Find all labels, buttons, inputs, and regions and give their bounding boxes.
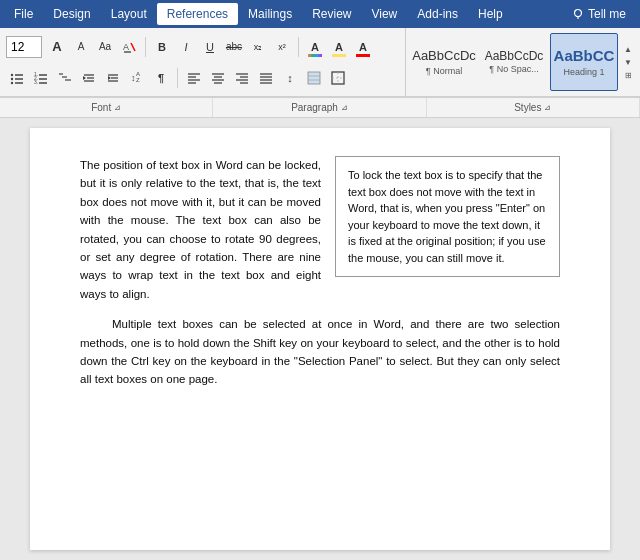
style-heading1[interactable]: AaBbCC Heading 1 <box>550 33 618 91</box>
style-no-spacing[interactable]: AaBbCcDc ¶ No Spac... <box>480 33 548 91</box>
increase-indent-icon <box>106 71 120 85</box>
font-section-expand-icon[interactable]: ⊿ <box>114 103 121 112</box>
justify-button[interactable] <box>255 67 277 89</box>
subscript-button[interactable]: x₂ <box>247 36 269 58</box>
decrease-indent-icon <box>82 71 96 85</box>
menu-help[interactable]: Help <box>468 3 513 25</box>
clear-format-button[interactable]: A <box>118 36 140 58</box>
paragraph-2-text: Multiple text boxes can be selected at o… <box>80 318 560 385</box>
separator1 <box>145 37 146 57</box>
decrease-indent-button[interactable] <box>78 67 100 89</box>
svg-text:A: A <box>123 42 129 52</box>
document-page[interactable]: To lock the text box is to specify that … <box>30 128 610 550</box>
style-heading1-preview: AaBbCC <box>554 47 615 65</box>
clear-format-icon: A <box>122 40 136 54</box>
menu-view[interactable]: View <box>361 3 407 25</box>
svg-text:3.: 3. <box>34 79 38 85</box>
styles-label-text: Styles <box>514 102 541 113</box>
align-center-button[interactable] <box>207 67 229 89</box>
styles-section-expand-icon[interactable]: ⊿ <box>544 103 551 112</box>
bullets-icon <box>10 71 24 85</box>
svg-point-5 <box>11 73 13 75</box>
menu-bar: File Design Layout References Mailings R… <box>0 0 640 28</box>
svg-text:Z: Z <box>136 77 140 83</box>
menu-mailings[interactable]: Mailings <box>238 3 302 25</box>
svg-marker-27 <box>108 76 111 80</box>
svg-rect-47 <box>308 72 320 84</box>
align-left-icon <box>187 71 201 85</box>
svg-point-7 <box>11 77 13 79</box>
text-effects-button[interactable]: A <box>304 36 326 58</box>
svg-marker-23 <box>83 76 86 80</box>
style-no-spacing-label: ¶ No Spac... <box>489 64 538 74</box>
paragraph-section-expand-icon[interactable]: ⊿ <box>341 103 348 112</box>
font-label-text: Font <box>91 102 111 113</box>
toolbar-left: 12 A A Aa A B I U abc x₂ x² A A <box>0 28 405 96</box>
svg-line-4 <box>131 43 135 51</box>
menu-design[interactable]: Design <box>43 3 100 25</box>
align-right-button[interactable] <box>231 67 253 89</box>
border-button[interactable] <box>327 67 349 89</box>
separator3 <box>177 68 178 88</box>
style-normal-label: ¶ Normal <box>426 66 462 76</box>
style-normal[interactable]: AaBbCcDc ¶ Normal <box>410 33 478 91</box>
expand-styles-icon: ⊞ <box>625 71 632 80</box>
change-case-button[interactable]: Aa <box>94 36 116 58</box>
menu-review[interactable]: Review <box>302 3 361 25</box>
paragraph-1-text: The position of text box in Word can be … <box>80 159 321 300</box>
highlight-button[interactable]: A <box>328 36 350 58</box>
svg-point-0 <box>574 10 581 17</box>
document-area: To lock the text box is to specify that … <box>0 118 640 560</box>
grow-font-button[interactable]: A <box>46 36 68 58</box>
align-right-icon <box>235 71 249 85</box>
menu-tellme[interactable]: Tell me <box>562 3 636 25</box>
font-size-box: 12 <box>6 36 42 58</box>
increase-indent-button[interactable] <box>102 67 124 89</box>
svg-point-9 <box>11 81 13 83</box>
border-icon <box>331 71 345 85</box>
ribbon-toolbar: 12 A A Aa A B I U abc x₂ x² A A <box>0 28 640 98</box>
styles-panel: AaBbCcDc ¶ Normal AaBbCcDc ¶ No Spac... … <box>405 28 640 96</box>
font-size-value: 12 <box>11 40 24 54</box>
textbox-content: To lock the text box is to specify that … <box>348 169 546 264</box>
paragraph-section-label: Paragraph ⊿ <box>213 98 426 117</box>
italic-button[interactable]: I <box>175 36 197 58</box>
sort-button[interactable]: ↕AZ <box>126 67 148 89</box>
justify-icon <box>259 71 273 85</box>
lightbulb-icon <box>572 8 584 20</box>
font-color-button[interactable]: A <box>352 36 374 58</box>
superscript-button[interactable]: x² <box>271 36 293 58</box>
show-formatting-button[interactable]: ¶ <box>150 67 172 89</box>
style-heading1-label: Heading 1 <box>563 67 604 77</box>
shrink-font-button[interactable]: A <box>70 36 92 58</box>
bold-button[interactable]: B <box>151 36 173 58</box>
strikethrough-button[interactable]: abc <box>223 36 245 58</box>
line-spacing-button[interactable]: ↕ <box>279 67 301 89</box>
paragraph-row: 1. 2. 3. <box>6 67 399 89</box>
menu-file[interactable]: File <box>4 3 43 25</box>
section-labels-row: Font ⊿ Paragraph ⊿ Styles ⊿ <box>0 98 640 118</box>
bullets-button[interactable] <box>6 67 28 89</box>
scroll-down-icon: ▼ <box>624 58 632 67</box>
font-section-label: Font ⊿ <box>0 98 213 117</box>
underline-button[interactable]: U <box>199 36 221 58</box>
paragraph-2: Multiple text boxes can be selected at o… <box>80 315 560 389</box>
menu-addins[interactable]: Add-ins <box>407 3 468 25</box>
numbering-icon: 1. 2. 3. <box>34 71 48 85</box>
align-left-button[interactable] <box>183 67 205 89</box>
menu-references[interactable]: References <box>157 3 238 25</box>
shading-button[interactable] <box>303 67 325 89</box>
svg-text:↕: ↕ <box>131 73 136 83</box>
style-no-spacing-preview: AaBbCcDc <box>485 50 544 62</box>
align-center-icon <box>211 71 225 85</box>
shading-icon <box>307 71 321 85</box>
separator2 <box>298 37 299 57</box>
styles-scroll[interactable]: ▲ ▼ ⊞ <box>620 33 636 91</box>
paragraph-label-text: Paragraph <box>291 102 338 113</box>
style-normal-preview: AaBbCcDc <box>412 48 476 64</box>
numbering-button[interactable]: 1. 2. 3. <box>30 67 52 89</box>
floating-text-box[interactable]: To lock the text box is to specify that … <box>335 156 560 277</box>
multilevel-list-button[interactable] <box>54 67 76 89</box>
menu-layout[interactable]: Layout <box>101 3 157 25</box>
styles-section-label: Styles ⊿ <box>427 98 640 117</box>
